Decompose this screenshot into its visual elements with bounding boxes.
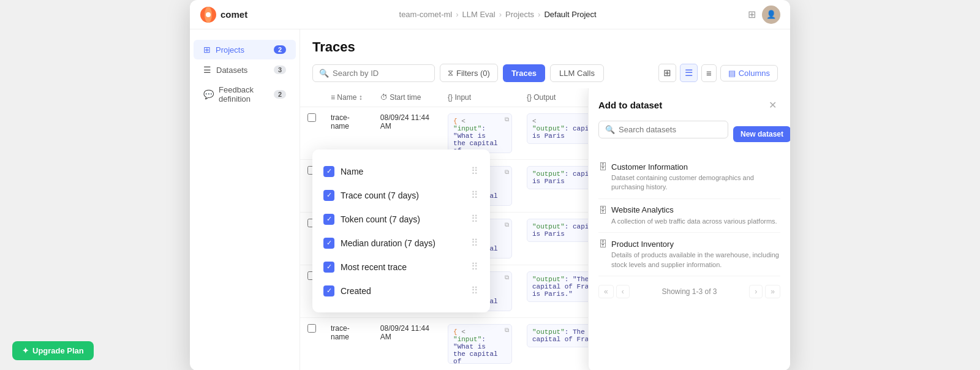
page-title: Traces <box>312 39 778 55</box>
row-start-time: 08/09/24 11:44 AM <box>373 318 440 371</box>
view-list-button[interactable]: ☰ <box>680 64 698 82</box>
projects-badge: 2 <box>274 45 286 54</box>
svg-point-2 <box>206 12 211 17</box>
drag-handle[interactable]: ⠿ <box>471 237 479 249</box>
grid-icon: ⊞ <box>748 9 756 20</box>
first-page-button[interactable]: « <box>598 285 614 298</box>
col-item-median-duration[interactable]: ✓ Median duration (7 days) ⠿ <box>312 231 490 255</box>
columns-icon: ▤ <box>728 69 736 78</box>
content-area: Traces 🔍 ⧖ Filters (0) Traces LLM Calls … <box>300 29 790 370</box>
drag-handle[interactable]: ⠿ <box>471 213 479 225</box>
row-checkbox[interactable] <box>307 324 316 333</box>
datasets-badge: 3 <box>274 66 286 74</box>
llm-calls-button[interactable]: LLM Calls <box>550 64 604 82</box>
search-icon: 🔍 <box>319 69 329 78</box>
breadcrumb-current: Default Project <box>544 10 596 19</box>
breadcrumb-team[interactable]: team-comet-ml <box>399 10 453 19</box>
drag-handle[interactable]: ⠿ <box>471 261 479 273</box>
col-item-most-recent[interactable]: ✓ Most recent trace ⠿ <box>312 255 490 279</box>
panel-footer: « ‹ Showing 1-3 of 3 › » <box>598 285 780 298</box>
logo-text: comet <box>221 9 247 20</box>
datasets-icon: ☰ <box>203 65 211 75</box>
copy-icon[interactable]: ⧉ <box>505 222 509 228</box>
col-checkbox-median-duration: ✓ <box>323 238 334 249</box>
col-item-name[interactable]: ✓ Name ⠿ <box>312 159 490 183</box>
sidebar-item-feedback[interactable]: 💬 Feedback definition 2 <box>194 80 296 108</box>
sidebar-item-datasets[interactable]: ☰ Datasets 3 <box>194 60 296 80</box>
sidebar-item-projects[interactable]: ⊞ Projects 2 <box>194 40 296 59</box>
view-compact-button[interactable]: ≡ <box>701 64 717 82</box>
prev-page-button[interactable]: ‹ <box>616 285 630 298</box>
dataset-icon: 🗄 <box>598 205 607 215</box>
titlebar: comet team-comet-ml › LLM Eval › Project… <box>190 0 790 29</box>
breadcrumb: team-comet-ml › LLM Eval › Projects › De… <box>255 10 741 19</box>
sidebar: ⊞ Projects 2 ☰ Datasets 3 💬 Feedback def… <box>190 29 300 370</box>
copy-icon[interactable]: ⧉ <box>505 274 509 281</box>
breadcrumb-subsection[interactable]: Projects <box>505 10 534 19</box>
copy-icon[interactable]: ⧉ <box>505 327 509 334</box>
dataset-desc: A collection of web traffic data across … <box>598 217 780 226</box>
sidebar-item-label: Projects <box>216 45 244 55</box>
col-checkbox-most-recent: ✓ <box>323 262 334 273</box>
columns-button[interactable]: ▤ Columns <box>720 65 778 81</box>
table-area: ≡ Name ↕ ⏱ Start time {} Input {} Output… <box>300 88 790 370</box>
col-label: Created <box>341 286 371 296</box>
view-grid-button[interactable]: ⊞ <box>658 64 676 82</box>
dataset-icon: 🗄 <box>598 239 607 249</box>
row-name: trace-name <box>323 318 373 371</box>
new-dataset-button[interactable]: New dataset <box>733 126 790 142</box>
col-checkbox-token-count: ✓ <box>323 214 334 225</box>
col-checkbox-trace-count: ✓ <box>323 190 334 201</box>
drag-handle[interactable]: ⠿ <box>471 189 479 201</box>
dataset-icon: 🗄 <box>598 162 607 172</box>
avatar: 👤 <box>762 6 780 24</box>
panel-header: Add to dataset ✕ <box>598 98 780 112</box>
titlebar-right: ⊞ 👤 <box>748 6 780 24</box>
col-item-token-count[interactable]: ✓ Token count (7 days) ⠿ <box>312 207 490 231</box>
col-checkbox-name: ✓ <box>323 166 334 177</box>
row-checkbox[interactable] <box>307 113 316 122</box>
search-input[interactable] <box>333 69 428 78</box>
logo: comet <box>200 6 247 23</box>
filter-button[interactable]: ⧖ Filters (0) <box>440 64 498 82</box>
dataset-item-customer: 🗄 Customer Information Dataset containin… <box>598 156 780 199</box>
col-label: Median duration (7 days) <box>341 238 435 248</box>
breadcrumb-section[interactable]: LLM Eval <box>462 10 496 19</box>
toolbar-right: ⊞ ☰ ≡ ▤ Columns <box>658 64 778 82</box>
col-item-created[interactable]: ✓ Created ⠿ <box>312 279 490 303</box>
feedback-badge: 2 <box>274 90 286 99</box>
copy-icon[interactable]: ⧉ <box>505 169 509 176</box>
close-panel-button[interactable]: ✕ <box>765 98 780 112</box>
col-item-trace-count[interactable]: ✓ Trace count (7 days) ⠿ <box>312 183 490 207</box>
drag-handle[interactable]: ⠿ <box>471 165 479 177</box>
col-checkbox-created: ✓ <box>323 285 334 296</box>
dataset-desc: Dataset containing customer demographics… <box>598 173 780 192</box>
col-label: Token count (7 days) <box>341 214 420 224</box>
last-page-button[interactable]: » <box>765 285 780 298</box>
copy-icon[interactable]: ⧉ <box>505 116 509 123</box>
dataset-item-inventory: 🗄 Product Inventory Details of products … <box>598 233 780 276</box>
dataset-name: 🗄 Product Inventory <box>598 239 780 249</box>
col-start-time: ⏱ Start time <box>373 88 440 107</box>
dataset-desc: Details of products available in the war… <box>598 251 780 270</box>
col-label: Name <box>341 167 363 176</box>
pagination-info: Showing 1-3 of 3 <box>662 287 717 296</box>
col-label: Trace count (7 days) <box>341 191 419 200</box>
column-picker: ✓ Name ⠿ ✓ Trace count (7 days) ⠿ ✓ Toke… <box>312 149 490 312</box>
dataset-search-input[interactable] <box>619 125 722 134</box>
row-input: ⧉ { < "input": "What isthe capital of <box>440 318 519 371</box>
dataset-name: 🗄 Website Analytics <box>598 205 780 215</box>
panel-search: 🔍 <box>598 121 728 138</box>
pagination-next-buttons: › » <box>749 285 780 298</box>
drag-handle[interactable]: ⠿ <box>471 285 479 296</box>
traces-button[interactable]: Traces <box>503 64 545 82</box>
col-input: {} Input <box>440 88 519 107</box>
add-dataset-panel: Add to dataset ✕ 🔍 New dataset 🗄 <box>588 88 790 370</box>
next-page-button[interactable]: › <box>749 285 763 298</box>
projects-icon: ⊞ <box>203 45 211 55</box>
filter-icon: ⧖ <box>448 68 453 78</box>
pagination-buttons: « ‹ <box>598 285 630 298</box>
col-label: Most recent trace <box>341 262 407 272</box>
sidebar-item-label: Feedback definition <box>219 85 269 104</box>
search-icon: 🔍 <box>605 125 615 134</box>
